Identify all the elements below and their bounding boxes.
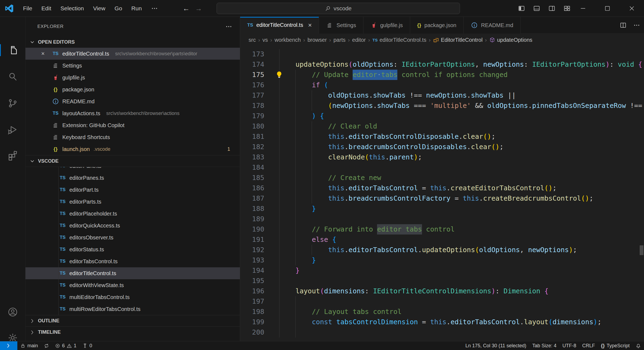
menu-view[interactable]: View (88, 2, 110, 14)
breadcrumb-item[interactable]: updateOptions (489, 37, 532, 43)
code-line[interactable]: 192 this.editorTabsControl.updateOptions… (240, 245, 644, 255)
code-line[interactable]: 181 this.editorTabsControlDisposable.cle… (240, 131, 644, 142)
go-back-button[interactable]: ← (180, 2, 192, 14)
breadcrumb-item[interactable]: EditorTitleControl (433, 37, 483, 43)
open-editor-row[interactable]: Settings (25, 60, 240, 72)
code-line[interactable]: 173 (240, 49, 644, 59)
editor-tab[interactable]: gulpfile.js (363, 17, 410, 34)
tree-row[interactable]: TS editorQuickAccess.ts (25, 220, 240, 232)
code-line[interactable]: 198 // Layout tabs control (240, 307, 644, 317)
code-line[interactable]: 176 if ( (240, 80, 644, 90)
layout-sidebar-right-toggle[interactable] (545, 2, 559, 14)
breadcrumb-item[interactable]: workbench (275, 37, 301, 43)
tree-row[interactable]: TS multiRowEditorTabsControl.ts (25, 303, 240, 315)
code-line[interactable]: 185 // Create new (240, 173, 644, 183)
status-bell[interactable] (633, 341, 644, 350)
status-tab-size-4[interactable]: Tab Size: 4 (529, 341, 559, 350)
tree-row[interactable]: TS editorPanes.ts (25, 172, 240, 184)
code-area[interactable]: 173 174 updateOptions(oldOptions: IEdito… (240, 46, 644, 350)
more-actions-icon[interactable] (633, 22, 640, 29)
code-line[interactable]: 184 (240, 162, 644, 173)
code-line[interactable]: 193 } (240, 255, 644, 265)
code-line[interactable]: 186 this.editorTabsControl = this.create… (240, 183, 644, 193)
outline-section-header[interactable]: OUTLINE (25, 315, 240, 326)
code-line[interactable]: 187 this.breadcrumbsControlFactory = thi… (240, 193, 644, 204)
tree-row[interactable]: TS multiEditorTabsControl.ts (25, 291, 240, 303)
editor-tab[interactable]: TS editorTitleControl.ts × (240, 17, 319, 34)
breadcrumb-item[interactable]: src (249, 37, 256, 43)
open-editor-row[interactable]: {} package.json (25, 84, 240, 95)
activity-explorer[interactable] (0, 40, 25, 60)
status-crlf[interactable]: CRLF (579, 341, 598, 350)
activity-extensions[interactable] (0, 145, 25, 165)
code-line[interactable]: 175 // Update editor·tabs control if opt… (240, 70, 644, 80)
activity-account[interactable] (0, 302, 25, 322)
layout-panel-toggle[interactable] (530, 2, 544, 14)
close-button[interactable] (620, 0, 644, 17)
code-line[interactable]: 174 updateOptions(oldOptions: IEditorPar… (240, 59, 644, 70)
scrollbar-thumb[interactable] (640, 245, 643, 255)
breadcrumb-item[interactable]: browser (307, 37, 327, 43)
layout-sidebar-toggle[interactable] (514, 2, 529, 14)
tree-row[interactable]: TS editorPlaceholder.ts (25, 208, 240, 220)
status-radio-tower[interactable]: 0 (79, 341, 95, 350)
code-line[interactable]: 189 (240, 214, 644, 224)
tree-row[interactable]: TS editorWithViewState.ts (25, 279, 240, 291)
close-tab-icon[interactable]: × (308, 21, 312, 29)
status-ln-175-col-30-11-selected-[interactable]: Ln 175, Col 30 (11 selected) (462, 341, 529, 350)
menu-more[interactable] (146, 2, 163, 14)
open-editor-row[interactable]: README.md (25, 95, 240, 107)
split-editor-icon[interactable] (620, 22, 627, 29)
tree-row[interactable]: TS editorParts.ts (25, 196, 240, 208)
status-utf-8[interactable]: UTF-8 (559, 341, 579, 350)
activity-search[interactable] (0, 67, 25, 86)
breadcrumb-item[interactable]: vs (262, 37, 268, 43)
status-lock[interactable]: main (17, 341, 41, 350)
command-center-search[interactable]: vscode (217, 3, 460, 14)
workspace-section-header[interactable]: VSCODE (25, 155, 240, 167)
code-line[interactable]: 190 // Forward into editor tabs control (240, 224, 644, 235)
activity-source-control[interactable] (0, 94, 25, 113)
code-line[interactable]: 191 else { (240, 235, 644, 245)
code-line[interactable]: 179 ) { (240, 111, 644, 121)
code-line[interactable]: 197 (240, 296, 644, 307)
breadcrumb-item[interactable]: parts (333, 37, 345, 43)
status-error[interactable]: 6 1 (52, 341, 79, 350)
editor-tab[interactable]: README.md (464, 17, 521, 34)
lightbulb-icon[interactable] (275, 70, 283, 79)
code-line[interactable]: 195 (240, 276, 644, 286)
go-forward-button[interactable]: → (192, 2, 205, 14)
editor-tab[interactable]: {} package.json (410, 17, 464, 34)
tree-row[interactable]: TS editorStatus.ts (25, 243, 240, 255)
explorer-more-actions-icon[interactable] (225, 23, 232, 30)
tree-row[interactable]: TS editorsObserver.ts (25, 232, 240, 243)
editor-tab[interactable]: Settings (319, 17, 363, 34)
code-line[interactable]: 199 const tabsControlDimension = this.ed… (240, 317, 644, 327)
activity-run-debug[interactable] (0, 120, 25, 139)
code-line[interactable]: 178 (newOptions.showTabs === 'multiple' … (240, 101, 644, 111)
status-sync[interactable] (41, 341, 52, 350)
code-line[interactable]: 182 this.breadcrumbsControlDisposables.c… (240, 142, 644, 152)
open-editor-row[interactable]: × TS editorTitleControl.ts src\vs\workbe… (25, 48, 240, 60)
close-editor-icon[interactable]: × (41, 50, 45, 57)
maximize-button[interactable] (595, 0, 620, 17)
open-editor-row[interactable]: {} launch.json .vscode 1 (25, 143, 240, 155)
open-editor-row[interactable]: Keyboard Shortcuts (25, 131, 240, 143)
open-editor-row[interactable]: Extension: GitHub Copilot (25, 119, 240, 131)
tree-row[interactable]: TS editorPart.ts (25, 184, 240, 196)
menu-go[interactable]: Go (110, 2, 127, 14)
menu-run[interactable]: Run (127, 2, 147, 14)
breadcrumb-item[interactable]: TSeditorTitleControl.ts (372, 37, 426, 43)
menu-selection[interactable]: Selection (56, 2, 88, 14)
status-typescript[interactable]: {}TypeScript (598, 341, 633, 350)
menu-file[interactable]: File (18, 2, 37, 14)
menu-edit[interactable]: Edit (37, 2, 56, 14)
code-line[interactable]: 183 clearNode(this.parent); (240, 152, 644, 162)
minimize-button[interactable] (571, 0, 595, 17)
timeline-section-header[interactable]: TIMELINE (25, 326, 240, 338)
breadcrumb-item[interactable]: editor (352, 37, 366, 43)
tree-row[interactable]: TS editorTabsControl.ts (25, 255, 240, 267)
code-line[interactable]: 180 // Clear old (240, 121, 644, 131)
code-line[interactable]: 188 } (240, 204, 644, 214)
open-editor-row[interactable]: gulpfile.js (25, 72, 240, 84)
